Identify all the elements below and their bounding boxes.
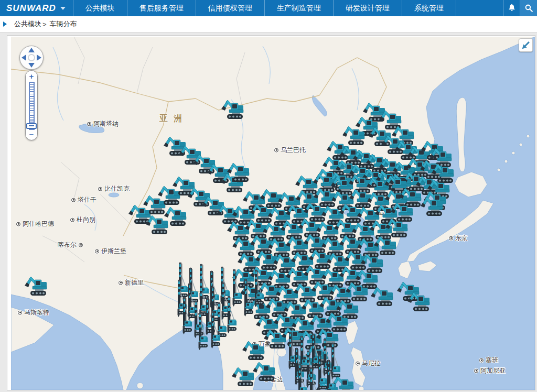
notifications-button[interactable]	[503, 0, 520, 16]
nav-item-5[interactable]: 系统管理	[402, 0, 456, 16]
excavator-icon[interactable]	[295, 176, 317, 194]
pan-right-icon[interactable]	[37, 55, 41, 61]
nav-item-0[interactable]: 公共模块	[73, 0, 127, 16]
excavator-icon[interactable]	[260, 189, 282, 208]
pan-up-icon[interactable]	[28, 48, 35, 52]
pan-left-icon[interactable]	[22, 55, 26, 61]
pan-down-icon[interactable]	[28, 63, 35, 68]
brand-name: SUNWARD	[6, 3, 56, 14]
search-button[interactable]	[520, 0, 537, 16]
chevron-down-icon	[60, 7, 66, 10]
breadcrumb-bar: 公共模块 > 车辆分布	[0, 16, 537, 32]
nav-item-4[interactable]: 研发设计管理	[333, 0, 402, 16]
bell-icon	[507, 3, 517, 14]
zoom-out-button[interactable]: −	[29, 131, 34, 138]
excavator-icon[interactable]	[25, 277, 47, 296]
nav-items: 公共模块售后服务管理信用债权管理生产制造管理研发设计管理系统管理	[73, 0, 456, 16]
machines-layer	[11, 37, 535, 390]
nav-item-3[interactable]: 生产制造管理	[264, 0, 333, 16]
sidebar-toggle-icon[interactable]	[3, 21, 7, 27]
zoom-in-button[interactable]: +	[29, 73, 34, 80]
breadcrumb: 公共模块 > 车辆分布	[14, 19, 77, 29]
vehicle-distribution-map[interactable]: 亚洲 阿斯塔纳乌兰巴托比什凯克塔什干杜尚别喀布尔伊斯兰堡阿什哈巴德马斯喀特新德里…	[11, 37, 535, 390]
excavator-icon[interactable]	[128, 205, 151, 224]
top-nav: SUNWARD 公共模块售后服务管理信用债权管理生产制造管理研发设计管理系统管理	[0, 0, 537, 16]
arrow-down-left-icon	[521, 41, 530, 50]
excavator-icon[interactable]	[342, 126, 364, 145]
zoom-track[interactable]	[29, 82, 35, 130]
breadcrumb-separator: >	[42, 20, 47, 28]
search-icon	[524, 3, 534, 13]
drilling-rig-icon[interactable]	[331, 343, 341, 380]
excavator-icon[interactable]	[232, 367, 254, 386]
map-pan-control[interactable]	[19, 46, 44, 70]
nav-right	[503, 0, 537, 16]
nav-item-2[interactable]: 信用债权管理	[196, 0, 264, 16]
excavator-icon[interactable]	[146, 215, 168, 234]
map-zoom-slider[interactable]: + −	[25, 70, 38, 140]
excavator-icon[interactable]	[371, 287, 393, 306]
map-panel: 亚洲 阿斯塔纳乌兰巴托比什凯克塔什干杜尚别喀布尔伊斯兰堡阿什哈巴德马斯喀特新德里…	[7, 35, 535, 390]
nav-item-1[interactable]: 售后服务管理	[127, 0, 196, 16]
pan-center-icon[interactable]	[28, 54, 35, 61]
breadcrumb-page: 车辆分布	[50, 19, 77, 29]
excavator-icon[interactable]	[221, 100, 243, 119]
brand-logo[interactable]: SUNWARD	[0, 0, 73, 16]
zoom-handle[interactable]	[26, 123, 37, 129]
excavator-icon[interactable]	[242, 341, 264, 360]
collapse-map-button[interactable]	[519, 38, 533, 52]
breadcrumb-section[interactable]: 公共模块	[14, 19, 41, 29]
excavator-icon[interactable]	[253, 362, 275, 381]
